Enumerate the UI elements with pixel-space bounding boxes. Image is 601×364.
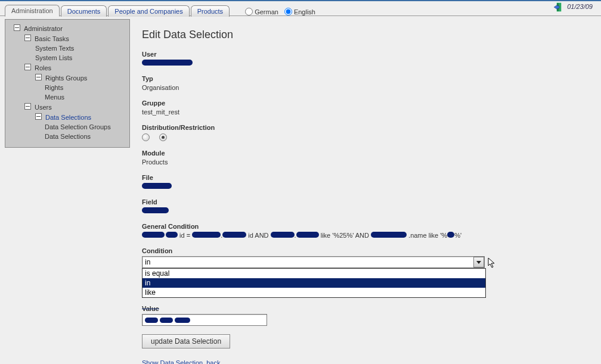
tree-roles[interactable]: Roles bbox=[35, 64, 51, 71]
condition-option-in[interactable]: in bbox=[142, 278, 485, 288]
condition-option-like[interactable]: like bbox=[142, 288, 485, 297]
tree-rights-groups[interactable]: Rights Groups bbox=[45, 74, 87, 82]
user-value-redacted bbox=[142, 60, 193, 66]
field-user: User bbox=[142, 51, 590, 67]
tab-products[interactable]: Products bbox=[191, 5, 230, 17]
lang-german-radio[interactable] bbox=[245, 8, 253, 15]
tree-basic-tasks[interactable]: Basic Tasks bbox=[35, 35, 69, 42]
condition-select[interactable]: in is equal in like bbox=[142, 256, 485, 268]
tree-data-selections-leaf[interactable]: Data Selections bbox=[45, 133, 91, 140]
distribution-radio-1[interactable] bbox=[142, 133, 150, 141]
tree-rights[interactable]: Rights bbox=[45, 84, 63, 91]
language-switch: German English bbox=[239, 8, 315, 15]
gruppe-label: Gruppe bbox=[142, 99, 590, 107]
exit-icon[interactable] bbox=[553, 2, 564, 13]
field-condition: Condition in is equal in like bbox=[142, 247, 590, 268]
condition-select-button[interactable] bbox=[473, 257, 484, 267]
tree-data-selections[interactable]: Data Selections bbox=[45, 114, 91, 121]
tree-system-lists[interactable]: System Lists bbox=[35, 54, 72, 61]
tab-documents[interactable]: Documents bbox=[61, 5, 107, 17]
field-general-condition: General Condition id = . id AND . like '… bbox=[142, 223, 590, 239]
general-condition-label: General Condition bbox=[142, 223, 590, 230]
header-date: 01/23/09 bbox=[567, 3, 593, 10]
tree-toggle-icon[interactable] bbox=[35, 74, 42, 80]
page-title: Edit Data Selection bbox=[142, 29, 590, 41]
tree-system-texts[interactable]: System Texts bbox=[35, 45, 74, 52]
mouse-cursor-icon bbox=[488, 257, 497, 269]
bottom-links: Show Data Selection back bbox=[142, 359, 590, 364]
field-distribution: Distribution/Restriction bbox=[142, 124, 590, 141]
lang-english-radio[interactable] bbox=[284, 8, 292, 15]
nav-tree: Administrator Basic Tasks System Texts S… bbox=[5, 19, 130, 148]
tab-administration[interactable]: Administration bbox=[5, 5, 60, 17]
condition-label: Condition bbox=[142, 247, 590, 254]
distribution-label: Distribution/Restriction bbox=[142, 124, 590, 131]
value-input[interactable] bbox=[142, 314, 267, 326]
field-value: Value bbox=[142, 305, 590, 326]
top-bar: Administration Documents People and Comp… bbox=[0, 0, 601, 16]
lang-english-label: English bbox=[294, 8, 315, 15]
typ-label: Typ bbox=[142, 75, 590, 82]
lang-german-label: German bbox=[255, 8, 278, 15]
tree-menus[interactable]: Menus bbox=[45, 94, 64, 101]
field-field: Field bbox=[142, 198, 590, 214]
main-content: Edit Data Selection User Typ Organisatio… bbox=[142, 29, 590, 364]
file-label: File bbox=[142, 174, 590, 181]
tree-users[interactable]: Users bbox=[35, 104, 52, 111]
gruppe-value: test_mit_rest bbox=[142, 108, 590, 116]
module-label: Module bbox=[142, 150, 590, 157]
condition-select-list: is equal in like bbox=[142, 268, 486, 298]
tab-strip: Administration Documents People and Comp… bbox=[0, 1, 601, 15]
tree-data-selection-groups[interactable]: Data Selection Groups bbox=[45, 123, 111, 130]
field-typ: Typ Organisation bbox=[142, 75, 590, 91]
tab-people-companies[interactable]: People and Companies bbox=[108, 5, 189, 17]
condition-select-box[interactable]: in bbox=[142, 256, 485, 268]
update-button[interactable]: update Data Selection bbox=[142, 334, 230, 349]
tree-toggle-icon[interactable] bbox=[24, 103, 31, 110]
tree-toggle-icon[interactable] bbox=[24, 64, 31, 70]
field-file: File bbox=[142, 174, 590, 190]
file-value-redacted bbox=[142, 183, 172, 189]
value-label: Value bbox=[142, 305, 590, 312]
tree-root[interactable]: Administrator bbox=[24, 25, 63, 32]
condition-option-is-equal[interactable]: is equal bbox=[142, 269, 485, 278]
field-gruppe: Gruppe test_mit_rest bbox=[142, 99, 590, 116]
user-label: User bbox=[142, 51, 590, 58]
distribution-radio-2[interactable] bbox=[159, 133, 167, 141]
module-value: Products bbox=[142, 158, 590, 166]
link-back[interactable]: back bbox=[206, 359, 220, 364]
general-condition-value: id = . id AND . like '%25%' AND .name li… bbox=[142, 232, 590, 239]
tree-toggle-icon[interactable] bbox=[35, 113, 42, 120]
tree-toggle-icon[interactable] bbox=[24, 35, 31, 41]
field-value-redacted bbox=[142, 207, 169, 213]
field-label: Field bbox=[142, 198, 590, 206]
tree-toggle-icon[interactable] bbox=[14, 24, 20, 31]
link-show-data-selection[interactable]: Show Data Selection bbox=[142, 359, 203, 364]
field-module: Module Products bbox=[142, 150, 590, 166]
typ-value: Organisation bbox=[142, 84, 590, 91]
